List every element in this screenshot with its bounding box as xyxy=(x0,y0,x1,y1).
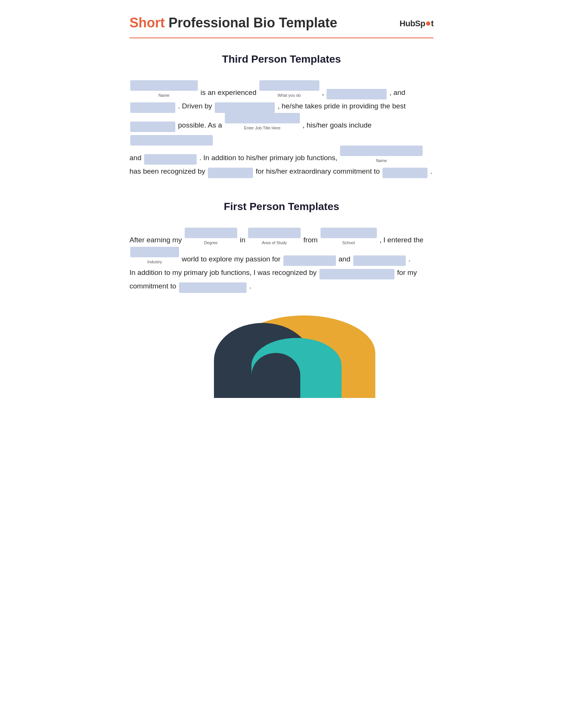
tp-line4: and . In addition to his/her primary job… xyxy=(129,154,423,162)
area-wrap: Area of Study xyxy=(248,228,301,247)
industry-label: Industry xyxy=(147,258,162,266)
name-field-wrap: Name xyxy=(130,80,198,99)
title-rest: Professional Bio Template xyxy=(165,15,337,30)
page-header: Short Professional Bio Template HubSp●t xyxy=(129,15,434,31)
commitment-field[interactable] xyxy=(382,168,428,178)
what-you-do-wrap: What you do xyxy=(259,80,319,99)
commitment-wrap xyxy=(382,168,428,178)
commitment2-wrap xyxy=(179,282,247,293)
header-divider xyxy=(129,38,434,38)
tp-line3: possible. As a Enter Job Title Here , hi… xyxy=(129,121,372,143)
org-wrap xyxy=(208,168,253,178)
passion1-field[interactable] xyxy=(283,255,336,266)
blob-dark2 xyxy=(251,353,300,398)
hubspot-dot: ● xyxy=(425,17,431,29)
tp-and2: and xyxy=(129,154,142,162)
fp-i-entered: , I entered the xyxy=(379,236,423,244)
tp-has-been: has been recognized by xyxy=(129,167,205,175)
industry-wrap: Industry xyxy=(130,247,179,266)
hubspot-logo: HubSp●t xyxy=(400,17,434,29)
third-person-template: Name is an experienced What you do , , a… xyxy=(129,80,434,178)
motivation-field[interactable] xyxy=(215,102,275,113)
passion2-wrap xyxy=(353,255,406,266)
passion2-field[interactable] xyxy=(353,255,406,266)
org-field[interactable] xyxy=(208,168,253,178)
tp-he-she: , he/she takes pride in providing the be… xyxy=(278,102,406,110)
goal1-field[interactable] xyxy=(130,135,213,146)
goal2-field[interactable] xyxy=(144,154,197,165)
goal2-wrap xyxy=(144,154,197,165)
name-field[interactable] xyxy=(130,80,198,91)
job-title-label: Enter Job Title Here xyxy=(244,124,280,132)
name-label: Name xyxy=(158,92,169,99)
degree-label: Degree xyxy=(204,239,218,247)
skill1-wrap xyxy=(327,89,387,99)
name2-field[interactable] xyxy=(340,146,423,156)
fp-period2: . xyxy=(249,282,251,290)
skill1-field[interactable] xyxy=(327,89,387,99)
fp-in: in xyxy=(240,236,245,244)
fp-line4: commitment to . xyxy=(129,282,251,290)
tp-driven-by: . Driven by xyxy=(178,102,212,110)
service-wrap xyxy=(130,122,175,132)
job-title-field[interactable] xyxy=(225,113,300,123)
fp-line2: Industry world to explore my passion for… xyxy=(129,255,410,263)
fp-line1: After earning my Degree in Area of Study… xyxy=(129,236,423,244)
school-field[interactable] xyxy=(321,228,377,238)
name2-label: Name xyxy=(376,157,387,165)
service-field[interactable] xyxy=(130,122,175,132)
commitment2-field[interactable] xyxy=(179,282,247,293)
industry-field[interactable] xyxy=(130,247,179,257)
decorative-blobs xyxy=(129,315,434,398)
degree-wrap: Degree xyxy=(185,228,237,247)
page-title: Short Professional Bio Template xyxy=(129,15,337,31)
name2-wrap: Name xyxy=(340,146,423,165)
fp-from: from xyxy=(303,236,318,244)
tp-line2: . Driven by , he/she takes pride in prov… xyxy=(129,102,406,110)
area-label: Area of Study xyxy=(262,239,287,247)
school-label: School xyxy=(342,239,355,247)
tp-period1: . xyxy=(430,167,432,175)
fp-and: and xyxy=(339,255,351,263)
first-person-heading: First Person Templates xyxy=(129,201,434,213)
tp-for-his: for his/her extraordinary commitment to xyxy=(256,167,380,175)
what-you-do-label: What you do xyxy=(278,92,301,99)
skill2-field[interactable] xyxy=(130,102,175,113)
fp-for-my: for my xyxy=(397,269,417,276)
first-person-template: After earning my Degree in Area of Study… xyxy=(129,228,434,293)
fp-in-addition: In addition to my primary job functions,… xyxy=(129,269,316,276)
fp-after-earning: After earning my xyxy=(129,236,182,244)
recognized-by-wrap xyxy=(319,269,394,279)
tp-his-goals: , his/her goals include xyxy=(303,121,372,129)
tp-possible: possible. As a xyxy=(178,121,222,129)
third-person-heading: Third Person Templates xyxy=(129,53,434,65)
degree-field[interactable] xyxy=(185,228,237,238)
tp-in-addition: . In addition to his/her primary job fun… xyxy=(199,154,337,162)
tp-and1: , and xyxy=(390,89,405,96)
tp-is-experienced: is an experienced xyxy=(200,89,256,96)
skill2-wrap xyxy=(130,102,175,113)
passion1-wrap xyxy=(283,255,336,266)
job-title-wrap: Enter Job Title Here xyxy=(225,113,300,132)
tp-line1: Name is an experienced What you do , , a… xyxy=(129,89,405,96)
fp-commitment-to: commitment to xyxy=(129,282,176,290)
fp-world: world to explore my passion for xyxy=(182,255,280,263)
recognized-by-field[interactable] xyxy=(319,269,394,279)
fp-period1: . xyxy=(408,255,410,263)
tp-comma1: , xyxy=(322,89,324,96)
motivation-wrap xyxy=(215,102,275,113)
what-you-do-field[interactable] xyxy=(259,80,319,91)
tp-line5: has been recognized by for his/her extra… xyxy=(129,167,432,175)
title-short: Short xyxy=(129,15,165,30)
area-field[interactable] xyxy=(248,228,301,238)
school-wrap: School xyxy=(321,228,377,247)
fp-line3: In addition to my primary job functions,… xyxy=(129,269,417,276)
goal1-wrap xyxy=(130,135,213,146)
